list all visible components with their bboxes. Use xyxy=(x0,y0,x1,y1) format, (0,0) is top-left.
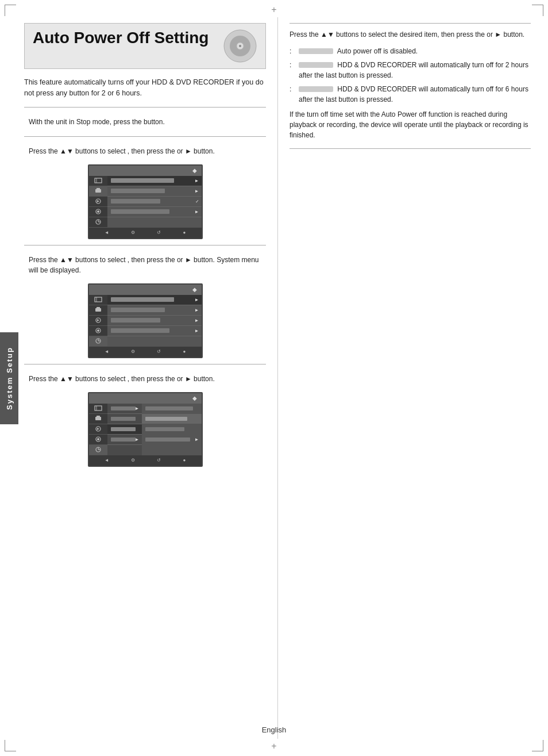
tv-icon-row-s2-3 xyxy=(89,316,107,326)
tv-btn-s3-3: ↺ xyxy=(157,458,161,463)
tv-btn-3: ↺ xyxy=(157,230,161,235)
tv-main-col-3: ► ► xyxy=(107,404,142,455)
divider-1 xyxy=(24,107,266,108)
tv-icons-col-2 xyxy=(89,295,107,347)
tv-menu-1: ► ► ✓ ► xyxy=(89,176,202,228)
svg-point-30 xyxy=(97,438,99,440)
right-divider-top xyxy=(290,23,531,24)
right-column: Press the ▲▼ buttons to select the desir… xyxy=(277,17,531,739)
right-note-2: HDD & DVD RECORDER will automatically tu… xyxy=(290,84,531,105)
tv-btn-s2-1: ◄ xyxy=(105,349,109,354)
tv-menu-item-s2-2: ► xyxy=(107,305,202,316)
tv-main-item-3-4: ► xyxy=(107,435,142,445)
tv-top-bar-3: ◆ xyxy=(89,393,202,404)
tv-top-bar-1: ◆ xyxy=(89,166,202,176)
right-divider-bottom xyxy=(290,148,531,149)
step-2-section: Press the ▲▼ buttons to select , then pr… xyxy=(24,143,266,239)
diamond-icon-1: ◆ xyxy=(192,167,197,174)
tv-sub-item-3-2 xyxy=(142,414,202,424)
tv-main-item-3-3 xyxy=(107,424,142,435)
svg-rect-27 xyxy=(97,416,100,417)
corner-mark-br xyxy=(532,740,543,751)
svg-rect-4 xyxy=(95,178,102,183)
final-note: If the turn off time set with the Auto P… xyxy=(290,109,531,140)
tv-bottom-bar-1: ◄ ⚙ ↺ ● xyxy=(89,228,202,238)
tv-menu-2: ► ► ► ► xyxy=(89,295,202,347)
tv-icon-row-5 xyxy=(89,217,107,228)
corner-mark-tl xyxy=(5,5,16,16)
divider-2 xyxy=(24,136,266,137)
step-2-text: Press the ▲▼ buttons to select , then pr… xyxy=(24,143,266,160)
tv-menu-item-1: ► xyxy=(107,176,202,186)
tv-icon-row-s3-5 xyxy=(89,445,107,455)
right-note-0-text: Auto power off is disabled. xyxy=(299,47,418,55)
tv-btn-s2-2: ⚙ xyxy=(131,349,135,354)
svg-rect-17 xyxy=(97,307,100,309)
tv-icon-row-s2-5 xyxy=(89,336,107,347)
title-box: Auto Power Off Setting xyxy=(24,23,266,69)
right-note-0: Auto power off is disabled. xyxy=(290,46,531,56)
tv-btn-s3-1: ◄ xyxy=(105,458,109,463)
right-note-1: HDD & DVD RECORDER will automatically tu… xyxy=(290,60,531,80)
main-content: Auto Power Off Setting This feature auto… xyxy=(24,17,531,739)
tv-btn-1: ◄ xyxy=(105,230,109,235)
tv-menu-item-s2-3: ► xyxy=(107,316,202,326)
tv-icon-row-s2-1 xyxy=(89,295,107,305)
tv-main-item-3-1: ► xyxy=(107,404,142,414)
left-column: Auto Power Off Setting This feature auto… xyxy=(24,17,277,739)
svg-point-20 xyxy=(97,329,99,332)
tv-menu-item-s2-1: ► xyxy=(107,295,202,305)
description-text: This feature automatically turns off you… xyxy=(24,77,266,99)
tv-sub-item-3-4: ► xyxy=(142,435,202,445)
tv-icon-row-s3-1 xyxy=(89,404,107,414)
tv-btn-2: ⚙ xyxy=(131,230,135,235)
footer: English xyxy=(0,726,548,734)
tv-icon-row-s2-4 xyxy=(89,326,107,336)
svg-point-10 xyxy=(97,210,99,213)
tv-icon-row-2 xyxy=(89,186,107,197)
center-cross-top xyxy=(271,5,276,15)
tv-bottom-bar-3: ◄ ⚙ ↺ ● xyxy=(89,455,202,466)
tv-btn-s2-4: ● xyxy=(183,349,186,354)
diamond-icon-3: ◆ xyxy=(192,395,197,401)
center-cross-bottom xyxy=(271,741,276,751)
step-4-section: Press the ▲▼ buttons to select , then pr… xyxy=(24,370,266,467)
tv-menu-item-2: ► xyxy=(107,186,202,197)
tv-icon-row-s3-3 xyxy=(89,424,107,435)
tv-screen-1: ◆ xyxy=(88,164,203,239)
tv-btn-s3-2: ⚙ xyxy=(131,458,135,463)
cd-icon xyxy=(223,29,257,63)
tv-screen-2: ◆ xyxy=(88,283,203,358)
right-note-2-text: HDD & DVD RECORDER will automatically tu… xyxy=(299,85,528,103)
tv-btn-4: ● xyxy=(183,230,186,235)
tv-bottom-bar-2: ◄ ⚙ ↺ ● xyxy=(89,347,202,357)
step-4-text: Press the ▲▼ buttons to select , then pr… xyxy=(24,370,266,387)
tv-icon-row-3 xyxy=(89,197,107,207)
svg-rect-7 xyxy=(97,188,100,190)
tv-menu-item-3: ✓ xyxy=(107,197,202,207)
svg-rect-24 xyxy=(95,406,102,410)
tv-sub-item-3-3 xyxy=(142,424,202,435)
tv-top-bar-2: ◆ xyxy=(89,285,202,295)
tv-icons-col-3 xyxy=(89,404,107,455)
diamond-icon-2: ◆ xyxy=(192,286,197,293)
tv-menu-item-s2-4: ► xyxy=(107,326,202,336)
tv-menu-3: ► ► xyxy=(89,404,202,455)
tv-icon-row-1 xyxy=(89,176,107,186)
step-3-section: Press the ▲▼ buttons to select , then pr… xyxy=(24,251,266,358)
step-3-text: Press the ▲▼ buttons to select , then pr… xyxy=(24,251,266,279)
tv-icon-row-s3-2 xyxy=(89,414,107,424)
tv-icon-row-s2-2 xyxy=(89,305,107,316)
tv-btn-s3-4: ● xyxy=(183,458,186,463)
tv-icon-row-4 xyxy=(89,207,107,217)
footer-text: English xyxy=(262,726,287,734)
tv-icon-row-s3-4 xyxy=(89,435,107,445)
side-label: System Setup xyxy=(0,332,18,424)
tv-main-item-3-2 xyxy=(107,414,142,424)
svg-rect-14 xyxy=(95,297,102,302)
svg-point-3 xyxy=(239,45,241,47)
divider-4 xyxy=(24,364,266,364)
tv-sub-item-3-1 xyxy=(142,404,202,414)
corner-mark-tr xyxy=(532,5,543,16)
corner-mark-bl xyxy=(5,740,16,751)
